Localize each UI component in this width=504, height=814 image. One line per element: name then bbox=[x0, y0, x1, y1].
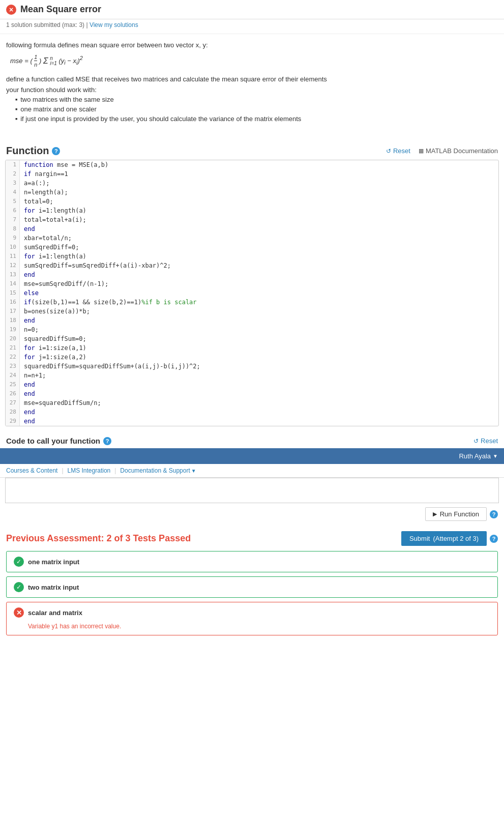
code-line-27: 27 mse=squaredDiffSum/n; bbox=[6, 398, 498, 408]
code-line-15: 15 else bbox=[6, 288, 498, 298]
code-to-call-section: Code to call your function ? ↺ Reset bbox=[0, 433, 504, 448]
doc-icon: ▦ bbox=[419, 148, 424, 154]
code-line-9: 9 xbar=total/n; bbox=[6, 234, 498, 243]
nav-bar: Courses & Content | LMS Integration | Do… bbox=[0, 464, 504, 478]
code-line-8: 8 end bbox=[6, 224, 498, 234]
blue-toolbar: Ruth Ayala ▼ bbox=[0, 448, 504, 464]
code-line-5: 5 total=0; bbox=[6, 197, 498, 206]
formula-block: mse = ( 1 n ) Σ n i=1 (yi − xi)2 bbox=[10, 54, 498, 68]
test-3-label: scalar and matrix bbox=[28, 609, 82, 617]
test-2-label: two matrix input bbox=[28, 584, 79, 591]
problem-content: following formula defines mean square er… bbox=[0, 34, 504, 130]
code-line-10: 10 sumSqredDiff=0; bbox=[6, 243, 498, 252]
function-section-title: Function bbox=[6, 145, 49, 157]
code-to-call-reset-button[interactable]: ↺ Reset bbox=[473, 437, 498, 445]
works-with-text: your function should work with: bbox=[6, 86, 498, 94]
problem-description: following formula defines mean square er… bbox=[6, 41, 498, 49]
test-item-1: ✓ one matrix input bbox=[6, 551, 498, 572]
code-line-23: 23 squaredDiffSum=squaredDiffSum+(a(i,j)… bbox=[6, 362, 498, 371]
code-line-14: 14 mse=sumSqredDiff/(n-1); bbox=[6, 279, 498, 288]
submission-bar: 1 solution submitted (max: 3) | View my … bbox=[0, 19, 504, 34]
code-line-29: 29 end bbox=[6, 417, 498, 426]
run-function-bar: ▶ Run Function ? bbox=[0, 503, 504, 525]
code-line-26: 26 end bbox=[6, 389, 498, 398]
code-line-4: 4 n=length(a); bbox=[6, 188, 498, 197]
run-help-icon[interactable]: ? bbox=[490, 510, 498, 518]
test-item-2: ✓ two matrix input bbox=[6, 576, 498, 598]
submit-button[interactable]: Submit (Attempt 2 of 3) bbox=[401, 531, 487, 546]
code-editor[interactable]: 1 function mse = MSE(a,b) 2 if nargin==1… bbox=[5, 160, 499, 426]
test-3-error: Variable y1 has an incorrect value. bbox=[7, 623, 497, 635]
assessment-section: Previous Assessment: 2 of 3 Tests Passed… bbox=[0, 525, 504, 644]
code-line-16: 16 if(size(b,1)==1 && size(b,2)==1)%if b… bbox=[6, 298, 498, 307]
code-line-11: 11 for i=1:length(a) bbox=[6, 252, 498, 261]
code-line-12: 12 sumSqredDiff=sumSqredDiff+(a(i)-xbar)… bbox=[6, 261, 498, 270]
play-icon: ▶ bbox=[433, 511, 437, 517]
code-line-28: 28 end bbox=[6, 408, 498, 417]
user-menu[interactable]: Ruth Ayala ▼ bbox=[459, 452, 498, 460]
test-1-label: one matrix input bbox=[28, 558, 79, 566]
bullet-item-1: two matrices with the same size bbox=[15, 96, 498, 103]
test-3-fail-icon: ✕ bbox=[14, 607, 24, 618]
page-title: Mean Square error bbox=[20, 4, 101, 15]
code-line-7: 7 total=total+a(i); bbox=[6, 215, 498, 224]
nav-lms-integration[interactable]: LMS Integration bbox=[64, 467, 115, 474]
run-function-button[interactable]: ▶ Run Function bbox=[425, 507, 487, 521]
test-item-3: ✕ scalar and matrix Variable y1 has an i… bbox=[6, 602, 498, 635]
code-to-call-help-icon[interactable]: ? bbox=[103, 437, 111, 445]
assessment-help-icon[interactable]: ? bbox=[490, 535, 498, 543]
code-to-call-header: Code to call your function ? ↺ Reset bbox=[0, 433, 504, 448]
assessment-header: Previous Assessment: 2 of 3 Tests Passed… bbox=[6, 531, 498, 546]
code-line-18: 18 end bbox=[6, 316, 498, 325]
function-help-icon[interactable]: ? bbox=[52, 147, 60, 155]
code-line-24: 24 n=n+1; bbox=[6, 371, 498, 380]
code-line-1: 1 function mse = MSE(a,b) bbox=[6, 160, 498, 169]
code-line-19: 19 n=0; bbox=[6, 325, 498, 334]
code-line-13: 13 end bbox=[6, 270, 498, 279]
function-reset-button[interactable]: ↺ Reset bbox=[386, 147, 410, 155]
matlab-doc-button[interactable]: ▦ MATLAB Documentation bbox=[419, 147, 498, 155]
assessment-title: Previous Assessment: 2 of 3 Tests Passed bbox=[6, 533, 191, 544]
code-line-17: 17 b=ones(size(a))*b; bbox=[6, 307, 498, 316]
code-input-area[interactable] bbox=[5, 478, 499, 503]
bullet-item-2: one matrix and one scaler bbox=[15, 105, 498, 113]
define-text: define a function called MSE that receiv… bbox=[6, 75, 498, 83]
reset-icon: ↺ bbox=[386, 148, 391, 155]
code-line-25: 25 end bbox=[6, 380, 498, 389]
nav-doc-support[interactable]: Documentation & Support ▼ bbox=[116, 467, 200, 474]
nav-dropdown-icon: ▼ bbox=[191, 468, 196, 474]
test-2-pass-icon: ✓ bbox=[14, 582, 24, 592]
view-solutions-link[interactable]: View my solutions bbox=[90, 21, 138, 28]
code-line-20: 20 squaredDiffSum=0; bbox=[6, 334, 498, 343]
code-line-22: 22 for j=1:size(a,2) bbox=[6, 353, 498, 362]
code-to-call-title: Code to call your function bbox=[6, 437, 100, 445]
error-icon: × bbox=[6, 5, 16, 15]
bullet-list: two matrices with the same size one matr… bbox=[6, 96, 498, 123]
submission-info: 1 solution submitted (max: 3) | bbox=[6, 21, 88, 28]
code-line-2: 2 if nargin==1 bbox=[6, 169, 498, 179]
reset-icon-2: ↺ bbox=[473, 438, 479, 445]
code-line-6: 6 for i=1:length(a) bbox=[6, 206, 498, 215]
test-1-pass-icon: ✓ bbox=[14, 557, 24, 567]
code-line-21: 21 for i=1:size(a,1) bbox=[6, 343, 498, 353]
page-header: × Mean Square error bbox=[0, 0, 504, 19]
formula-text: mse = ( 1 n ) Σ n i=1 (yi − xi)2 bbox=[10, 54, 83, 68]
chevron-down-icon: ▼ bbox=[493, 453, 498, 459]
bullet-item-3: if just one input is provided by the use… bbox=[15, 115, 498, 123]
nav-courses-content[interactable]: Courses & Content bbox=[6, 467, 62, 474]
function-section-header: Function ? ↺ Reset ▦ MATLAB Documentatio… bbox=[0, 140, 504, 160]
code-line-3: 3 a=a(:); bbox=[6, 179, 498, 188]
username: Ruth Ayala bbox=[459, 452, 491, 460]
